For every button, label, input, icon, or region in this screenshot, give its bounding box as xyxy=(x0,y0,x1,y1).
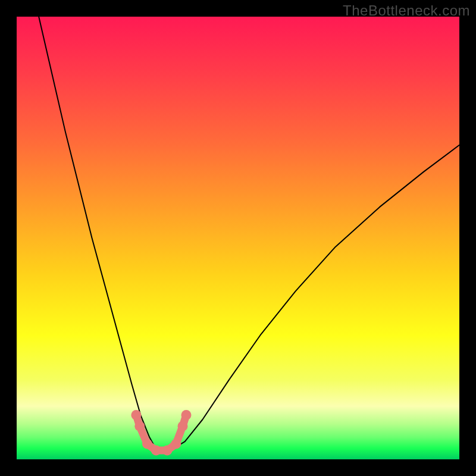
plot-area xyxy=(17,17,459,459)
bottleneck-curve xyxy=(39,17,459,451)
watermark-text: TheBottleneck.com xyxy=(343,2,470,19)
optimal-marker xyxy=(134,421,145,431)
optimal-marker xyxy=(181,410,192,420)
optimal-marker xyxy=(151,446,161,456)
optimal-marker xyxy=(171,439,181,449)
curve-svg xyxy=(17,17,459,459)
optimal-marker xyxy=(142,439,152,449)
chart-frame: TheBottleneck.com xyxy=(0,0,476,476)
optimal-marker xyxy=(178,421,188,431)
optimal-marker xyxy=(162,446,173,456)
optimal-marker xyxy=(131,410,141,420)
